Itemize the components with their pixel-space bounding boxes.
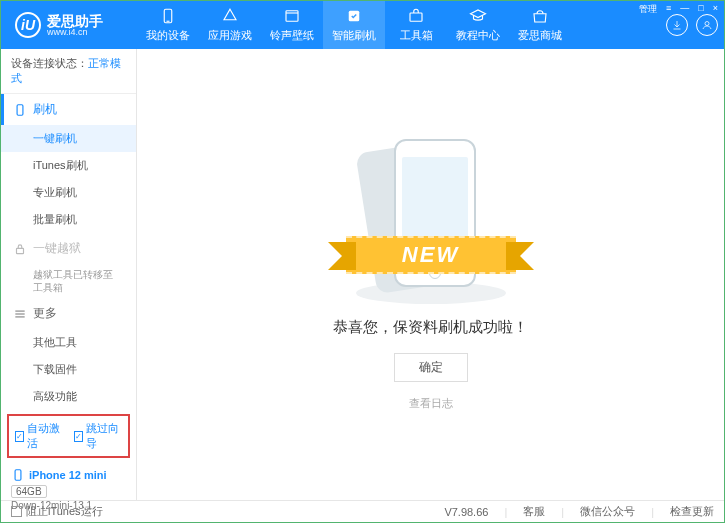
sidebar-section-jailbreak: 一键越狱: [1, 233, 136, 264]
lock-icon: [13, 242, 27, 256]
svg-rect-2: [286, 11, 298, 22]
svg-rect-11: [15, 470, 21, 481]
device-icon: [13, 103, 27, 117]
svg-rect-6: [17, 104, 23, 115]
success-illustration: NEW: [346, 139, 516, 304]
options-box: ✓自动激活 ✓跳过向导: [7, 414, 130, 458]
wechat-link[interactable]: 微信公众号: [580, 504, 635, 519]
sidebar-section-flash[interactable]: 刷机: [1, 94, 136, 125]
nav-label: 教程中心: [456, 28, 500, 43]
sidebar-item-batch[interactable]: 批量刷机: [1, 206, 136, 233]
nav-ringtone[interactable]: 铃声壁纸: [261, 1, 323, 49]
sidebar-section-more[interactable]: 更多: [1, 298, 136, 329]
user-button[interactable]: [696, 14, 718, 36]
section-title: 刷机: [33, 101, 57, 118]
nav-label: 爱思商城: [518, 28, 562, 43]
nav-my-device[interactable]: 我的设备: [137, 1, 199, 49]
logo: iU 爱思助手 www.i4.cn: [1, 12, 137, 38]
svg-rect-7: [17, 248, 24, 253]
ok-button[interactable]: 确定: [394, 353, 468, 382]
device-icon: [11, 468, 25, 482]
store-icon: [531, 7, 549, 25]
nav-toolbox[interactable]: 工具箱: [385, 1, 447, 49]
sidebar-item-itunes[interactable]: iTunes刷机: [1, 152, 136, 179]
nav-flash[interactable]: 智能刷机: [323, 1, 385, 49]
tutorial-icon: [469, 7, 487, 25]
success-message: 恭喜您，保资料刷机成功啦！: [333, 318, 528, 337]
nav-store[interactable]: 爱思商城: [509, 1, 571, 49]
minimize-btn[interactable]: —: [680, 3, 689, 16]
nav-label: 我的设备: [146, 28, 190, 43]
sidebar-item-advanced[interactable]: 高级功能: [1, 383, 136, 410]
phone-icon: [159, 7, 177, 25]
svg-point-5: [705, 22, 709, 26]
app-url: www.i4.cn: [47, 28, 103, 37]
sidebar-item-other[interactable]: 其他工具: [1, 329, 136, 356]
section-title: 更多: [33, 305, 57, 322]
apps-icon: [221, 7, 239, 25]
maximize-btn[interactable]: □: [698, 3, 703, 16]
support-link[interactable]: 客服: [523, 504, 545, 519]
more-icon: [13, 307, 27, 321]
device-name-text: iPhone 12 mini: [29, 469, 107, 481]
check-update-link[interactable]: 检查更新: [670, 504, 714, 519]
flash-icon: [345, 7, 363, 25]
wallpaper-icon: [283, 7, 301, 25]
main-content: NEW 恭喜您，保资料刷机成功啦！ 确定 查看日志: [137, 49, 724, 500]
block-itunes-checkbox[interactable]: [11, 506, 22, 517]
device-capacity: 64GB: [11, 485, 47, 498]
skip-guide-checkbox[interactable]: ✓跳过向导: [74, 421, 123, 451]
nav-label: 应用游戏: [208, 28, 252, 43]
toolbox-icon: [407, 7, 425, 25]
view-log-link[interactable]: 查看日志: [409, 396, 453, 411]
logo-icon: iU: [15, 12, 41, 38]
version-label: V7.98.66: [444, 504, 488, 519]
nav-apps[interactable]: 应用游戏: [199, 1, 261, 49]
sidebar-item-pro[interactable]: 专业刷机: [1, 179, 136, 206]
window-controls: 管理 ≡ — □ ×: [639, 3, 718, 16]
nav-label: 铃声壁纸: [270, 28, 314, 43]
sidebar-item-firmware[interactable]: 下载固件: [1, 356, 136, 383]
svg-rect-4: [410, 13, 422, 21]
manage-btn[interactable]: 管理: [639, 3, 657, 16]
app-title: 爱思助手: [47, 14, 103, 28]
section-title: 一键越狱: [33, 240, 81, 257]
auto-activate-checkbox[interactable]: ✓自动激活: [15, 421, 64, 451]
jailbreak-note: 越狱工具已转移至 工具箱: [1, 264, 136, 298]
nav-label: 工具箱: [400, 28, 433, 43]
block-itunes-label: 阻止iTunes运行: [26, 504, 103, 519]
download-button[interactable]: [666, 14, 688, 36]
connection-status: 设备连接状态：正常模式: [1, 49, 136, 94]
sidebar: 设备连接状态：正常模式 刷机 一键刷机 iTunes刷机 专业刷机 批量刷机 一…: [1, 49, 137, 500]
nav-label: 智能刷机: [332, 28, 376, 43]
sidebar-item-oneclick[interactable]: 一键刷机: [1, 125, 136, 152]
titlebar: iU 爱思助手 www.i4.cn 我的设备 应用游戏 铃声壁纸 智能刷机 工具…: [1, 1, 724, 49]
menu-btn[interactable]: ≡: [666, 3, 671, 16]
top-nav: 我的设备 应用游戏 铃声壁纸 智能刷机 工具箱 教程中心 爱思商城: [137, 1, 660, 49]
nav-tutorial[interactable]: 教程中心: [447, 1, 509, 49]
ribbon-new: NEW: [346, 236, 516, 274]
close-btn[interactable]: ×: [713, 3, 718, 16]
